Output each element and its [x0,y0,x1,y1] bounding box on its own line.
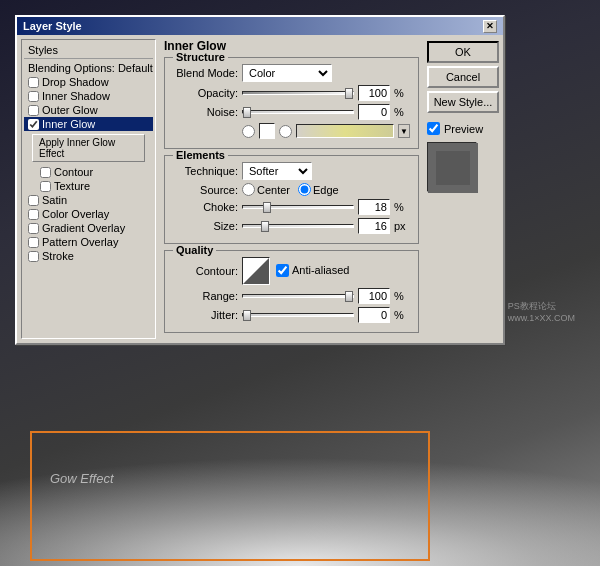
drop-shadow-label: Drop Shadow [42,76,109,88]
opacity-row: Opacity: % [173,85,410,101]
preview-label: Preview [444,123,483,135]
source-center-radio[interactable] [242,183,255,196]
sidebar-item-outer-glow[interactable]: Outer Glow [24,103,153,117]
color-swatch[interactable] [259,123,275,139]
inner-shadow-checkbox[interactable] [28,91,39,102]
blend-mode-select[interactable]: Color Normal Screen Overlay [242,64,332,82]
technique-row: Technique: Softer Precise [173,162,410,180]
noise-slider[interactable] [242,110,354,114]
elements-section: Elements Technique: Softer Precise Sourc… [164,155,419,244]
color-overlay-checkbox[interactable] [28,209,39,220]
structure-section: Structure Blend Mode: Color Normal Scree… [164,57,419,149]
technique-select[interactable]: Softer Precise [242,162,312,180]
choke-row: Choke: % [173,199,410,215]
stroke-label: Stroke [42,250,74,262]
noise-slider-thumb[interactable] [243,107,251,118]
source-label: Source: [173,184,238,196]
inner-glow-checkbox[interactable] [28,119,39,130]
source-edge-label: Edge [313,184,339,196]
jitter-slider[interactable] [242,313,354,317]
sidebar-item-satin[interactable]: Satin [24,193,153,207]
svg-rect-3 [436,151,470,185]
layer-style-dialog: Layer Style ✕ Styles Blending Options: D… [15,15,505,345]
choke-value[interactable] [358,199,390,215]
pattern-overlay-checkbox[interactable] [28,237,39,248]
sidebar-item-contour[interactable]: Contour [24,165,153,179]
sidebar-item-gradient-overlay[interactable]: Gradient Overlay [24,221,153,235]
opacity-unit: % [394,87,410,99]
sidebar-item-blending-options[interactable]: Blending Options: Default [24,61,153,75]
size-slider-thumb[interactable] [261,221,269,232]
source-edge-option[interactable]: Edge [298,183,339,196]
sidebar-item-color-overlay[interactable]: Color Overlay [24,207,153,221]
contour-row-label: Contour: [173,265,238,277]
stroke-checkbox[interactable] [28,251,39,262]
elements-label: Elements [173,149,228,161]
sidebar-item-pattern-overlay[interactable]: Pattern Overlay [24,235,153,249]
jitter-row: Jitter: % [173,307,410,323]
size-slider[interactable] [242,224,354,228]
sidebar-item-drop-shadow[interactable]: Drop Shadow [24,75,153,89]
jitter-label: Jitter: [173,309,238,321]
range-slider[interactable] [242,294,354,298]
noise-unit: % [394,106,410,118]
preview-checkbox[interactable] [427,122,440,135]
jitter-slider-thumb[interactable] [243,310,251,321]
preview-row: Preview [427,122,499,135]
jitter-value[interactable] [358,307,390,323]
opacity-label: Opacity: [173,87,238,99]
gradient-overlay-checkbox[interactable] [28,223,39,234]
contour-checkbox[interactable] [40,167,51,178]
dialog-close-button[interactable]: ✕ [483,20,497,33]
range-value[interactable] [358,288,390,304]
sidebar-item-inner-shadow[interactable]: Inner Shadow [24,89,153,103]
anti-aliased-checkbox[interactable] [276,264,289,277]
texture-label: Texture [54,180,90,192]
sidebar-item-inner-glow[interactable]: Inner Glow [24,117,153,131]
noise-label: Noise: [173,106,238,118]
sidebar-item-texture[interactable]: Texture [24,179,153,193]
choke-slider[interactable] [242,205,354,209]
size-row: Size: px [173,218,410,234]
range-slider-thumb[interactable] [345,291,353,302]
structure-label: Structure [173,51,228,63]
source-edge-radio[interactable] [298,183,311,196]
choke-slider-thumb[interactable] [263,202,271,213]
blend-mode-label: Blend Mode: [173,67,238,79]
gradient-bar[interactable] [296,124,394,138]
opacity-slider[interactable] [242,91,354,95]
opacity-slider-thumb[interactable] [345,88,353,99]
outer-glow-label: Outer Glow [42,104,98,116]
quality-section: Quality Contour: Anti-aliase [164,250,419,333]
source-center-option[interactable]: Center [242,183,290,196]
outer-glow-checkbox[interactable] [28,105,39,116]
styles-panel-title: Styles [24,42,153,59]
size-unit: px [394,220,410,232]
color-gradient-row: ▼ [173,123,410,139]
size-value[interactable] [358,218,390,234]
satin-checkbox[interactable] [28,195,39,206]
cancel-button[interactable]: Cancel [427,66,499,88]
technique-label: Technique: [173,165,238,177]
source-radio-group: Center Edge [242,183,339,196]
noise-value[interactable] [358,104,390,120]
texture-checkbox[interactable] [40,181,51,192]
new-style-button[interactable]: New Style... [427,91,499,113]
gradient-radio[interactable] [279,125,292,138]
anti-aliased-option[interactable]: Anti-aliased [276,264,349,277]
drop-shadow-checkbox[interactable] [28,77,39,88]
range-unit: % [394,290,410,302]
apply-inner-glow-button[interactable]: Apply Inner Glow Effect [32,134,145,162]
range-label: Range: [173,290,238,302]
ok-button[interactable]: OK [427,41,499,63]
contour-thumbnail[interactable] [242,257,270,285]
watermark: PS教程论坛www.1×XX.COM [508,300,575,323]
preview-thumbnail-svg [428,143,478,193]
right-panel: OK Cancel New Style... Preview [427,39,499,339]
gradient-dropdown-btn[interactable]: ▼ [398,124,410,138]
source-row: Source: Center Edge [173,183,410,196]
color-radio[interactable] [242,125,255,138]
opacity-value[interactable] [358,85,390,101]
sidebar-item-stroke[interactable]: Stroke [24,249,153,263]
inner-shadow-label: Inner Shadow [42,90,110,102]
